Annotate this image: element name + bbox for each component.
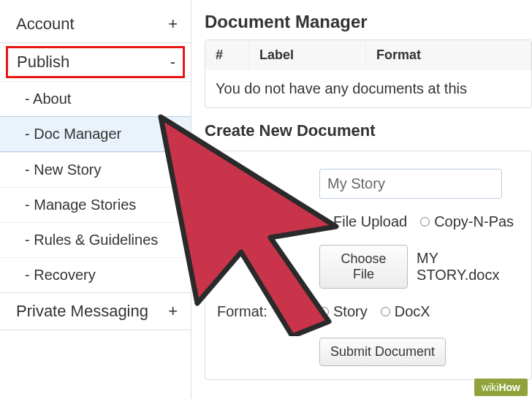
table-header-row: # Label Format xyxy=(205,40,531,70)
sidebar-label-account: Account xyxy=(16,15,75,34)
sidebar-section-account[interactable]: Account + xyxy=(0,6,191,42)
main-content: Document Manager # Label Format You do n… xyxy=(191,0,532,399)
format-row: Format: Story DocX xyxy=(205,296,531,327)
sidebar-label-publish: Publish xyxy=(17,53,69,72)
radio-copy-paste[interactable]: Copy-N-Pas xyxy=(420,213,514,230)
expand-icon: + xyxy=(168,302,178,321)
sidebar-item-doc-manager[interactable]: - Doc Manager xyxy=(0,116,191,152)
submit-document-button[interactable]: Submit Document xyxy=(319,338,446,366)
radio-docx-input[interactable] xyxy=(381,307,390,316)
radio-copy-input[interactable] xyxy=(420,217,430,227)
sidebar-item-recovery[interactable]: - Recovery xyxy=(0,257,191,292)
method-row: File Upload Copy-N-Pas xyxy=(205,206,531,238)
radio-format-docx[interactable]: DocX xyxy=(381,303,430,320)
sidebar-label-pm: Private Messaging xyxy=(16,302,148,321)
col-header-label: Label xyxy=(249,40,366,70)
sidebar-section-publish[interactable]: Publish - xyxy=(6,46,185,78)
collapse-icon: - xyxy=(170,53,175,72)
sidebar-item-new-story[interactable]: - New Story xyxy=(0,152,191,187)
radio-upload-input[interactable] xyxy=(319,217,329,227)
sidebar-item-rules[interactable]: - Rules & Guidelines xyxy=(0,222,191,257)
file-row: Choose File MY STORY.docx xyxy=(205,238,531,296)
radio-format-story[interactable]: Story xyxy=(319,303,368,320)
sidebar-section-pm[interactable]: Private Messaging + xyxy=(0,293,191,330)
sidebar-item-manage-stories[interactable]: - Manage Stories xyxy=(0,187,191,222)
page-title: Document Manager xyxy=(205,12,532,32)
create-heading: Create New Document xyxy=(205,121,532,140)
radio-file-upload[interactable]: File Upload xyxy=(319,213,407,230)
create-form: Label: File Upload Copy-N-Pas xyxy=(205,151,532,380)
chosen-file-name: MY STORY.docx xyxy=(417,250,520,284)
create-document-section: Create New Document Label: File Upload xyxy=(205,121,532,380)
col-header-format: Format xyxy=(366,40,531,70)
col-header-number: # xyxy=(205,40,249,70)
sidebar-item-about[interactable]: - About xyxy=(0,81,191,116)
expand-icon: + xyxy=(168,15,178,34)
submit-row: Submit Document xyxy=(205,327,531,369)
label-input[interactable] xyxy=(319,169,502,199)
label-field-label: Label: xyxy=(217,175,319,192)
label-row: Label: xyxy=(205,162,531,206)
choose-file-button[interactable]: Choose File xyxy=(319,245,408,289)
format-field-label: Format: xyxy=(217,303,319,320)
documents-table: # Label Format You do not have any docum… xyxy=(205,39,532,108)
sidebar: Account + Publish - - About - Doc Manage… xyxy=(0,0,191,399)
empty-documents-message: You do not have any documents at this xyxy=(205,70,531,107)
wikihow-badge: wikiHow xyxy=(474,379,528,396)
radio-story-input[interactable] xyxy=(319,307,329,316)
